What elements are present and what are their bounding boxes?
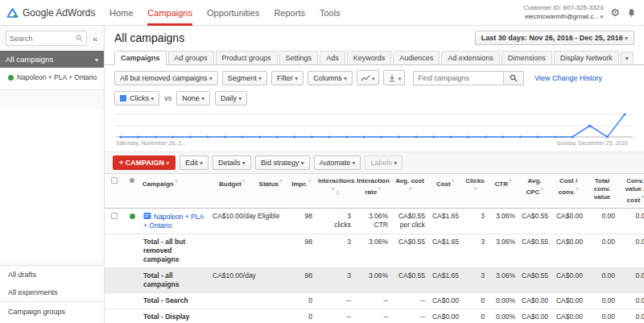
sidebar-item-all-experiments[interactable]: All experiments bbox=[0, 284, 104, 301]
sidebar-item-campaign[interactable]: Napoleon + PLA + Ontario bbox=[0, 70, 104, 85]
clicks-color-swatch bbox=[120, 95, 126, 101]
labels-dropdown: Labels bbox=[365, 155, 402, 170]
select-all-header[interactable] bbox=[105, 174, 124, 208]
cell-avg-cost: CA$0.55 per click bbox=[391, 208, 428, 234]
chevron-down-icon bbox=[599, 13, 604, 20]
help-icon bbox=[175, 177, 177, 185]
cell-clicks: 3 bbox=[462, 234, 488, 267]
find-campaigns-search-button[interactable] bbox=[503, 71, 524, 85]
cell-impr: 0 bbox=[287, 309, 316, 323]
sidebar-footer: All drafts All experiments Campaign grou… bbox=[0, 265, 104, 323]
filter-dropdown[interactable]: Filter bbox=[271, 71, 303, 85]
help-icon bbox=[378, 185, 380, 193]
download-button[interactable] bbox=[383, 70, 406, 85]
column-header-conv-value-cost[interactable]: Conv. value / cost bbox=[618, 174, 644, 208]
cell-total-conv-value: 0.00 bbox=[586, 292, 618, 309]
cell-budget bbox=[209, 234, 254, 267]
column-label: Interaction rate bbox=[357, 177, 390, 196]
column-header-interaction-rate[interactable]: Interaction rate bbox=[354, 174, 391, 208]
columns-dropdown[interactable]: Columns bbox=[308, 71, 353, 85]
granularity-dropdown[interactable]: Daily bbox=[215, 91, 247, 106]
row-checkbox[interactable] bbox=[111, 213, 118, 219]
cell-interaction-rate: -- bbox=[354, 309, 391, 323]
cell-conv-value-per-cost: 0.00 bbox=[618, 208, 644, 234]
new-campaign-button[interactable]: + CAMPAIGN bbox=[113, 155, 175, 170]
sidebar-item-campaign-groups[interactable]: Campaign groups bbox=[0, 301, 104, 323]
tab-campaigns[interactable]: Campaigns bbox=[114, 51, 167, 65]
tab-ads[interactable]: Ads bbox=[320, 51, 345, 64]
details-dropdown[interactable]: Details bbox=[213, 155, 251, 170]
sidebar-item-all-campaigns[interactable]: All campaigns bbox=[0, 51, 104, 68]
column-header-status[interactable]: Status bbox=[254, 174, 287, 208]
bell-icon[interactable] bbox=[627, 8, 636, 18]
status-column-header[interactable] bbox=[124, 174, 140, 208]
cell-impr: 98 bbox=[287, 208, 316, 234]
automate-dropdown[interactable]: Automate bbox=[314, 155, 361, 170]
column-label: Impr. bbox=[291, 180, 307, 188]
column-header-cost[interactable]: Cost bbox=[428, 174, 462, 208]
sidebar: « All campaigns Napoleon + PLA + Ontario… bbox=[0, 26, 105, 323]
column-header-campaign[interactable]: Campaign bbox=[140, 174, 209, 208]
cell-conv-value-per-cost: 0.00 bbox=[618, 267, 644, 292]
sidebar-collapse-icon[interactable]: « bbox=[90, 33, 100, 44]
column-header-clicks[interactable]: Clicks bbox=[462, 174, 488, 208]
cell-cost-per-conv: CA$0.00 bbox=[551, 292, 586, 309]
sidebar-search-row: « bbox=[0, 26, 104, 51]
column-label: Campaign bbox=[142, 180, 174, 188]
tab-display-network[interactable]: Display Network bbox=[554, 51, 619, 64]
chevron-down-icon bbox=[372, 74, 375, 82]
column-header-budget[interactable]: Budget bbox=[209, 174, 254, 208]
sidebar-search-input[interactable] bbox=[10, 35, 73, 43]
tab-product-groups[interactable]: Product groups bbox=[216, 51, 278, 64]
search-icon bbox=[76, 35, 83, 42]
tab-audiences[interactable]: Audiences bbox=[393, 51, 440, 64]
metric2-dropdown[interactable]: None bbox=[176, 91, 210, 106]
chart-toggle-button[interactable] bbox=[357, 70, 379, 85]
account-menu[interactable]: Customer ID: 607-325-3323 electricwarmth… bbox=[523, 4, 603, 22]
nav-tools[interactable]: Tools bbox=[320, 0, 341, 26]
tab-keywords[interactable]: Keywords bbox=[347, 51, 392, 64]
tab-ad-groups[interactable]: Ad groups bbox=[168, 51, 214, 64]
column-header-impr[interactable]: Impr. bbox=[287, 174, 316, 208]
select-all-checkbox[interactable] bbox=[111, 177, 118, 184]
cell-interactions: 3 bbox=[316, 234, 354, 267]
find-campaigns-input[interactable] bbox=[413, 71, 503, 85]
cell-ctr: 3.06% bbox=[488, 208, 518, 234]
column-header-ctr[interactable]: CTR bbox=[488, 174, 518, 208]
column-label: Avg. CPC bbox=[526, 177, 541, 196]
chart-metric-bar: Clicks vs None Daily bbox=[105, 89, 644, 109]
nav-reports[interactable]: Reports bbox=[274, 0, 305, 26]
tab-settings[interactable]: Settings bbox=[279, 51, 319, 64]
more-tabs-button[interactable]: ▾ bbox=[621, 52, 634, 64]
total-row: Total - all but removed campaigns9833.06… bbox=[105, 234, 644, 267]
edit-dropdown[interactable]: Edit bbox=[180, 155, 208, 170]
date-range-button[interactable]: Last 30 days: Nov 26, 2016 - Dec 25, 201… bbox=[475, 31, 634, 45]
campaign-status-dot-enabled[interactable] bbox=[130, 213, 135, 219]
campaign-name-link[interactable]: Napoleon + PLA + Ontario bbox=[143, 213, 204, 230]
nav-home[interactable]: Home bbox=[109, 0, 133, 26]
cell-budget: CA$10.00/day bbox=[209, 208, 254, 234]
column-header-avg-cost[interactable]: Avg. cost bbox=[391, 174, 428, 208]
segment-dropdown[interactable]: Segment bbox=[222, 71, 267, 85]
view-change-history-link[interactable]: View Change History bbox=[535, 74, 602, 82]
sidebar-item-all-drafts[interactable]: All drafts bbox=[0, 266, 104, 284]
column-header-avg-cpc[interactable]: Avg. CPC bbox=[518, 174, 551, 208]
scope-filter-dropdown[interactable]: All but removed campaigns bbox=[114, 71, 218, 85]
help-icon bbox=[308, 177, 310, 185]
nav-opportunities[interactable]: Opportunities bbox=[207, 0, 259, 26]
bid-strategy-dropdown[interactable]: Bid strategy bbox=[255, 155, 310, 170]
tab-ad-extensions[interactable]: Ad extensions bbox=[441, 51, 500, 64]
column-label: Cost bbox=[436, 180, 451, 188]
tab-dimensions[interactable]: Dimensions bbox=[502, 51, 552, 64]
metric1-dropdown[interactable]: Clicks bbox=[114, 91, 159, 106]
cell-budget bbox=[209, 292, 254, 309]
gear-icon[interactable]: ⚙ bbox=[610, 7, 620, 18]
sidebar-search[interactable] bbox=[6, 31, 87, 46]
column-header-cost-conv[interactable]: Cost / conv. bbox=[551, 174, 586, 208]
topbar-right: Customer ID: 607-325-3323 electricwarmth… bbox=[523, 4, 636, 22]
nav-campaigns[interactable]: Campaigns bbox=[147, 0, 192, 26]
adwords-logo[interactable]: Google AdWords bbox=[6, 7, 106, 19]
cell-campaign: Napoleon + PLA + Ontario bbox=[140, 208, 209, 234]
column-header-total-conv-value[interactable]: Total conv. value bbox=[586, 174, 618, 208]
column-header-interactions[interactable]: Interactions bbox=[316, 174, 354, 208]
